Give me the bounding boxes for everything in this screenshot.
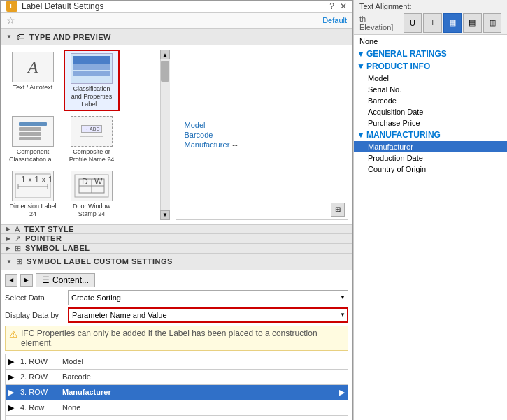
display-data-row: Display Data by Parameter Name and Value… xyxy=(5,307,348,323)
align-left-btn[interactable]: ▤ xyxy=(463,13,481,33)
warning-row: ⚠ IFC Properties can only be added if th… xyxy=(5,326,348,351)
door-stamp-svg: D W xyxy=(73,173,110,198)
row-1-expand[interactable]: ▶ xyxy=(6,354,17,369)
type-preview-title: TYPE AND PREVIEW xyxy=(29,33,111,41)
preview-model-dash: -- xyxy=(208,121,213,129)
display-data-label: Display Data by xyxy=(5,311,68,319)
app-icon: L xyxy=(6,1,17,12)
pointer-title: POINTER xyxy=(25,234,62,242)
row-3-value: Manufacturer xyxy=(59,384,336,400)
tree-general-ratings[interactable]: ▼ GENERAL RATINGS xyxy=(354,48,507,60)
table-row-4[interactable]: ▶ 4. Row None xyxy=(6,400,348,415)
expand-arrow: ▼ xyxy=(6,34,12,40)
tree-serial-no[interactable]: Serial No. xyxy=(354,84,507,95)
component-label: Component Classification a... xyxy=(7,148,59,164)
row-4-expand[interactable]: ▶ xyxy=(6,400,17,415)
row-5-value: None xyxy=(59,415,336,420)
tree-acquisition-date[interactable]: Acquisition Date xyxy=(354,106,507,117)
label-item-text-autotext[interactable]: A Text / Autotext xyxy=(5,50,61,111)
display-data-select[interactable]: Parameter Name and Value xyxy=(68,307,348,323)
symbol-label-custom-header[interactable]: ▼ ⊞ SYMBOL LABEL CUSTOM SETTINGS xyxy=(1,254,352,270)
row-2-arrow xyxy=(336,369,348,384)
component-icon xyxy=(12,116,54,147)
favorite-button[interactable]: ☆ xyxy=(6,15,15,26)
align-underline-btn[interactable]: U xyxy=(404,13,422,33)
preview-model-key: Model xyxy=(185,121,206,129)
text-autotext-icon: A xyxy=(12,52,54,82)
help-button[interactable]: ? xyxy=(329,1,334,11)
tree-model[interactable]: Model xyxy=(354,73,507,84)
nav-next-btn[interactable]: ▶ xyxy=(20,274,33,287)
tree-purchase-price[interactable]: Purchase Price xyxy=(354,117,507,129)
label-item-dimension[interactable]: 1 x 1 x 1 Dimension Label 24 xyxy=(5,168,61,220)
row-3-expand[interactable]: ▶ xyxy=(6,384,17,400)
preview-barcode-dash: -- xyxy=(215,131,220,139)
scroll-thumb[interactable] xyxy=(161,61,169,82)
row-5-arrow xyxy=(336,415,348,420)
tree-product-info-arrow: ▼ xyxy=(357,61,365,71)
composite-icon: → ABC ──────── xyxy=(71,116,113,147)
label-item-component[interactable]: Component Classification a... xyxy=(5,114,61,166)
tree-product-info[interactable]: ▼ PRODUCT INFO xyxy=(354,60,507,73)
tree-production-date[interactable]: Production Date xyxy=(354,152,507,164)
row-4-arrow xyxy=(336,400,348,415)
tree-manufacturing[interactable]: ▼ MANUFACTURING xyxy=(354,129,507,141)
title-bar: L Label Default Settings ? ✕ xyxy=(1,1,352,13)
classification-label: Classification and Properties Label... xyxy=(67,85,116,108)
row-2-expand[interactable]: ▶ xyxy=(6,369,17,384)
tree-manufacturing-arrow: ▼ xyxy=(357,130,365,140)
pointer-icon: ↗ xyxy=(15,234,21,243)
default-link[interactable]: Default xyxy=(322,16,347,24)
tree-product-info-label: PRODUCT INFO xyxy=(366,61,430,71)
table-row-2[interactable]: ▶ 2. ROW Barcode xyxy=(6,369,348,384)
text-style-icon: A xyxy=(15,225,20,233)
symbol-label-section[interactable]: ▶ ⊞ SYMBOL LABEL xyxy=(1,244,352,254)
row-2-value: Barcode xyxy=(59,369,336,384)
tree-barcode[interactable]: Barcode xyxy=(354,95,507,106)
close-button[interactable]: ✕ xyxy=(340,1,347,11)
table-row-5[interactable]: ▶ 5. Row None xyxy=(6,415,348,420)
type-preview-header[interactable]: ▼ 🏷 TYPE AND PREVIEW xyxy=(1,29,352,45)
label-item-classification[interactable]: Classification and Properties Label... xyxy=(64,50,120,111)
symbol-label-title: SYMBOL LABEL xyxy=(25,244,90,252)
elevation-text: th Elevation] xyxy=(359,15,399,31)
table-row-3[interactable]: ▶ 3. ROW Manufacturer ▶ xyxy=(6,384,348,400)
text-style-section[interactable]: ▶ A TEXT STYLE xyxy=(1,225,352,234)
preview-panel: Model -- Barcode -- Manufacturer -- ⊞ xyxy=(176,50,349,220)
row-4-num: 4. Row xyxy=(17,400,59,415)
composite-label: Composite or Profile Name 24 xyxy=(66,148,117,164)
tree-none[interactable]: None xyxy=(354,35,507,48)
slcs-icon: ⊞ xyxy=(16,257,22,266)
door-window-label: Door Window Stamp 24 xyxy=(66,203,117,218)
classification-icon xyxy=(71,53,113,84)
tree-manufacturing-label: MANUFACTURING xyxy=(366,130,441,140)
scroll-up-btn[interactable]: ▲ xyxy=(160,50,170,59)
select-data-row: Select Data Create Sorting ▼ xyxy=(5,290,348,305)
tree-manufacturer[interactable]: Manufacturer xyxy=(354,141,507,152)
pointer-section[interactable]: ▶ ↗ POINTER xyxy=(1,234,352,244)
align-center-btn[interactable]: ▦ xyxy=(443,13,462,33)
scroll-down-btn[interactable]: ▼ xyxy=(160,210,170,220)
select-data-select[interactable]: Create Sorting xyxy=(68,290,348,305)
tree-country-of-origin[interactable]: Country of Origin xyxy=(354,164,507,175)
row-5-expand[interactable]: ▶ xyxy=(6,415,17,420)
align-right-btn[interactable]: ▥ xyxy=(483,13,501,33)
content-icon: ☰ xyxy=(42,275,50,285)
label-item-composite[interactable]: → ABC ──────── Composite or Profile Name… xyxy=(64,114,120,166)
tree-general-ratings-label: GENERAL RATINGS xyxy=(366,49,447,59)
symbol-label-custom-section: ▼ ⊞ SYMBOL LABEL CUSTOM SETTINGS ◀ ▶ ☰ C… xyxy=(1,254,352,420)
type-preview-content: A Text / Autotext Classification and Pro… xyxy=(1,45,352,224)
table-row-1[interactable]: ▶ 1. ROW Model xyxy=(6,354,348,369)
pointer-arrow: ▶ xyxy=(6,236,10,242)
row-1-num: 1. ROW xyxy=(17,354,59,369)
warning-text: IFC Properties can only be added if the … xyxy=(21,328,344,348)
row-3-arrow: ▶ xyxy=(336,384,348,400)
screenshot-button[interactable]: ⊞ xyxy=(331,203,345,217)
nav-prev-btn[interactable]: ◀ xyxy=(5,274,17,287)
content-button[interactable]: ☰ Content... xyxy=(36,273,95,287)
symbol-label-arrow: ▶ xyxy=(6,245,10,252)
preview-row-model: Model -- xyxy=(185,121,213,129)
type-preview-scrollbar[interactable]: ▲ ▼ xyxy=(160,50,170,220)
label-item-door-window[interactable]: D W Door Window Stamp 24 xyxy=(64,168,120,220)
align-top-btn[interactable]: ⊤ xyxy=(423,13,441,33)
